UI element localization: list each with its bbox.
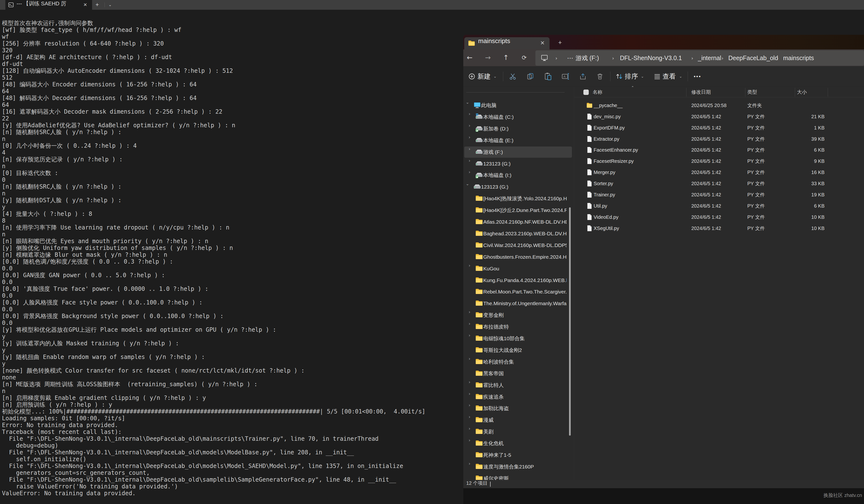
chevron-right-icon[interactable]: › — [469, 380, 470, 390]
chevron-right-icon[interactable]: › — [469, 391, 470, 402]
tree-item[interactable]: ›疾速追杀 — [464, 391, 572, 403]
file-row[interactable]: FacesetEnhancer.py2024/6/5 1:42PY 文件6 KB — [574, 145, 864, 155]
chevron-down-icon[interactable]: ⌄ — [466, 100, 469, 110]
file-row[interactable]: Trainer.py2024/6/5 1:42PY 文件19 KB — [574, 189, 864, 200]
forward-button[interactable]: → — [482, 53, 493, 63]
chevron-right-icon[interactable]: › — [469, 356, 470, 367]
column-separator[interactable] — [828, 88, 828, 97]
chevron-right-icon[interactable]: › — [469, 170, 470, 180]
rename-icon[interactable]: A — [562, 72, 570, 81]
tree-item[interactable]: ›新加卷 (D:) — [464, 123, 572, 134]
paste-icon[interactable] — [544, 72, 552, 81]
new-button[interactable]: 新建 — [478, 66, 491, 87]
column-header-type[interactable]: 类型 — [747, 87, 757, 97]
chevron-right-icon[interactable]: › — [469, 147, 470, 157]
tree-item[interactable]: ›生化危机 — [464, 438, 572, 449]
tree-item[interactable]: 威尔史密斯 — [464, 473, 572, 480]
tree-item[interactable]: ›电锯惊魂10部合集 — [464, 333, 572, 344]
file-row[interactable]: ExportDFM.py2024/6/5 1:42PY 文件1 KB — [574, 122, 864, 133]
chevron-down-icon[interactable]: ⌄ — [466, 181, 469, 192]
chevron-right-icon[interactable]: › — [469, 438, 470, 448]
chevron-right-icon[interactable]: › — [469, 263, 470, 274]
more-options-icon[interactable]: ••• — [694, 66, 701, 87]
chevron-right-icon[interactable]: › — [469, 426, 470, 437]
terminal-new-tab-button[interactable]: + — [94, 1, 101, 8]
share-icon[interactable] — [579, 72, 587, 81]
terminal-tab-close-icon[interactable]: ✕ — [81, 1, 89, 8]
file-row[interactable]: Merger.py2024/6/5 1:42PY 文件16 KB — [574, 167, 864, 178]
tree-item[interactable]: ›KuGou — [464, 263, 572, 274]
explorer-tab[interactable]: mainscripts ✕ — [464, 37, 550, 49]
terminal-tab-dropdown-icon[interactable]: ⌄ — [106, 1, 114, 8]
breadcrumb-segment[interactable]: mainscripts — [783, 50, 814, 66]
chevron-right-icon[interactable]: › — [469, 135, 470, 146]
select-all-checkbox[interactable] — [584, 89, 589, 95]
chevron-right-icon[interactable]: › — [469, 461, 470, 472]
file-row[interactable]: FacesetResizer.py2024/6/5 1:42PY 文件9 KB — [574, 156, 864, 167]
terminal-tab[interactable]: --- 【训练 SAEHD 厉 ✕ — [5, 0, 92, 10]
sort-button[interactable]: 排序 — [625, 66, 638, 87]
tree-item[interactable]: [Hao4K]热辣滚烫.Yolo.2024.2160p.HQ.WEB-DL.H — [464, 193, 572, 204]
tree-item[interactable]: ›123123 (G:) — [464, 158, 572, 169]
breadcrumb-segment[interactable]: _internal — [698, 50, 721, 66]
tree-item[interactable]: ⌄123123 (G:) — [464, 181, 572, 193]
tree-item[interactable]: 黑客帝国 — [464, 368, 572, 379]
tree-item[interactable]: ›本地磁盘 (C:) — [464, 111, 572, 123]
explorer-new-tab-button[interactable]: + — [556, 39, 564, 46]
file-row[interactable]: VideoEd.py2024/6/5 1:42PY 文件10 KB — [574, 212, 864, 222]
tree-item[interactable]: ›加勒比海盗 — [464, 403, 572, 414]
file-row[interactable]: dev_misc.py2024/6/5 1:42PY 文件21 KB — [574, 111, 864, 122]
chevron-right-icon[interactable]: › — [469, 403, 470, 414]
chevron-right-icon[interactable]: › — [469, 123, 470, 134]
column-header-date[interactable]: 修改日期 — [691, 87, 711, 97]
tree-item[interactable]: Atlas.2024.2160p.NF.WEB-DL.DV.HDR.ENG.LA… — [464, 216, 572, 228]
tree-item[interactable]: The.Ministry.of.Ungentlemanly.Warfare.20… — [464, 298, 572, 309]
tree-item[interactable]: ›哈利波特合集 — [464, 356, 572, 368]
copy-icon[interactable] — [526, 72, 535, 81]
breadcrumb-segment[interactable]: DFL-ShenNong-V3.0.1 — [620, 50, 682, 66]
tree-item[interactable]: 哥斯拉大战金刚2 — [464, 345, 572, 356]
column-header-name[interactable]: 名称 — [593, 87, 602, 97]
file-row[interactable]: Sorter.py2024/6/5 1:42PY 文件33 KB — [574, 178, 864, 189]
tree-item[interactable]: Rebel.Moon.Part.Two.The.Scargiver.2024.2… — [464, 286, 572, 297]
tree-item[interactable]: Ghostbusters.Frozen.Empire.2024.HDR.2160… — [464, 251, 572, 262]
column-header-size[interactable]: 大小 — [797, 87, 807, 97]
tree-item[interactable]: ›速度与激情合集2160P — [464, 461, 572, 472]
breadcrumb-segment[interactable]: 游戏 (F:) — [576, 50, 599, 66]
tree-item[interactable]: ›变形金刚 — [464, 309, 572, 321]
tree-item[interactable]: ›美剧 — [464, 426, 572, 437]
breadcrumb-ellipsis[interactable]: ⋯ — [567, 50, 573, 66]
tree-item[interactable]: Civil.War.2024.2160p.WEB-DL.DDP5.1.Atmos… — [464, 240, 572, 251]
navigation-scrollbar[interactable] — [569, 207, 571, 435]
explorer-tab-close-icon[interactable]: ✕ — [538, 40, 547, 47]
file-row[interactable]: XSegUtil.py2024/6/5 1:42PY 文件10 KB — [574, 223, 864, 234]
view-button[interactable]: 查看 — [662, 66, 676, 87]
tree-item[interactable]: Baghead.2023.2160p.WEB-DL.DV.HDR.H265.DD — [464, 228, 572, 239]
delete-icon[interactable] — [596, 72, 604, 81]
chevron-right-icon[interactable]: › — [469, 333, 470, 344]
refresh-button[interactable]: ⟳ — [519, 53, 530, 63]
file-row[interactable]: Util.py2024/6/5 1:42PY 文件6 KB — [574, 200, 864, 211]
cut-icon[interactable] — [508, 72, 517, 81]
back-button[interactable]: ← — [464, 53, 475, 63]
tree-item[interactable]: ›布拉德皮特 — [464, 321, 572, 332]
address-bar[interactable]: ›⋯游戏 (F:)›DFL-ShenNong-V3.0.1›_internal›… — [536, 50, 864, 66]
chevron-right-icon[interactable]: › — [469, 111, 470, 122]
file-row[interactable]: __pycache__2024/6/25 20:58文件夹 — [574, 100, 864, 111]
tree-item[interactable]: ⌄此电脑 — [464, 100, 572, 111]
tree-item[interactable]: ›本地磁盘 (E:) — [464, 135, 572, 146]
column-separator[interactable] — [795, 88, 795, 97]
column-separator[interactable] — [745, 88, 745, 97]
chevron-right-icon[interactable]: › — [469, 158, 470, 169]
breadcrumb-segment[interactable]: DeepFaceLab_old — [728, 50, 778, 66]
up-button[interactable]: ↑ — [501, 53, 511, 63]
tree-item[interactable]: ›游戏 (F:) — [464, 147, 572, 158]
tree-item[interactable]: 死神来了1-5 — [464, 450, 572, 461]
tree-item[interactable]: [Hao4K]沙丘2.Dune.Part.Two.2024.REPACK.216 — [464, 205, 572, 216]
tree-item[interactable]: Kung.Fu.Panda.4.2024.2160p.WEB.h265-ETHE… — [464, 275, 572, 286]
tree-item[interactable]: ›漫威 — [464, 415, 572, 426]
chevron-right-icon[interactable]: › — [469, 415, 470, 425]
tree-item[interactable]: ›本地磁盘 (I:) — [464, 170, 572, 181]
chevron-right-icon[interactable]: › — [469, 321, 470, 332]
file-row[interactable]: Extractor.py2024/6/5 1:42PY 文件39 KB — [574, 134, 864, 144]
